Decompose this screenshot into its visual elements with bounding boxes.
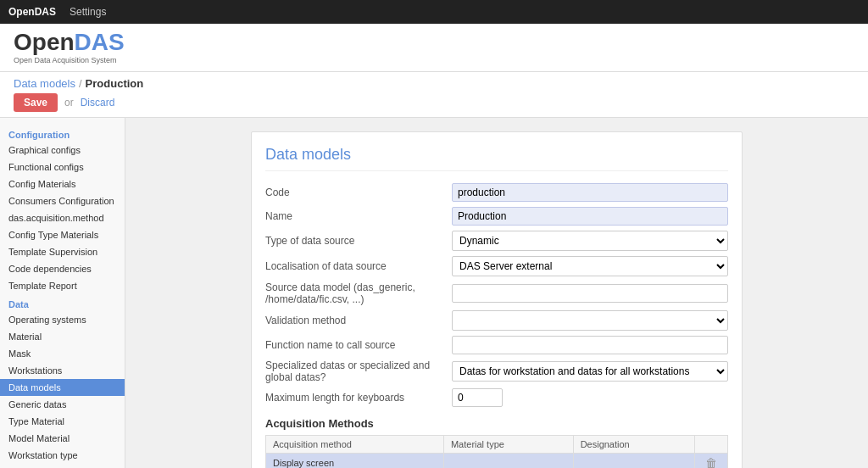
type-data-source-value: Dynamic (452, 231, 728, 251)
sidebar-item-config-type-materials[interactable]: Config Type Materials (0, 226, 125, 243)
source-data-model-input[interactable] (452, 284, 728, 303)
validation-method-value (452, 310, 728, 331)
name-label: Name (265, 210, 452, 222)
sidebar-section-configuration: Configuration (0, 125, 125, 142)
breadcrumb-separator: / (79, 77, 82, 90)
localisation-row: Localisation of data source DAS Server e… (265, 256, 728, 276)
name-input[interactable] (452, 207, 728, 226)
name-row: Name (265, 207, 728, 226)
table-row[interactable]: Display screen 🗑 (266, 454, 728, 469)
sidebar-item-transmit-protocol[interactable]: Transmit protocol (0, 464, 125, 468)
acq-col-designation: Designation (573, 436, 694, 454)
acq-col-actions (695, 436, 728, 454)
type-data-source-select[interactable]: Dynamic (452, 231, 728, 251)
sidebar: Configuration Graphical configs Function… (0, 118, 125, 468)
function-name-value (452, 336, 728, 354)
acq-col-method: Acquisition method (266, 436, 444, 454)
main-layout: Configuration Graphical configs Function… (0, 118, 868, 468)
sidebar-item-template-supervision[interactable]: Template Supervision (0, 243, 125, 260)
sidebar-item-material[interactable]: Material (0, 328, 125, 345)
sidebar-item-type-material[interactable]: Type Material (0, 413, 125, 430)
top-nav-brand: OpenDAS (8, 6, 56, 18)
name-value (452, 207, 728, 226)
data-models-card: Data models Code Name Type of data sourc… (251, 131, 743, 468)
specialized-datas-row: Specialized datas or specialized and glo… (265, 359, 728, 383)
acquisition-methods-table: Acquisition method Material type Designa… (265, 435, 728, 468)
code-row: Code (265, 183, 728, 202)
logo: OpenDAS (14, 31, 125, 54)
source-data-model-label: Source data model (das_generic, /home/da… (265, 281, 452, 305)
content-area: Data models Code Name Type of data sourc… (125, 118, 868, 468)
top-nav-settings[interactable]: Settings (70, 6, 106, 18)
sidebar-item-workstation-type[interactable]: Workstation type (0, 447, 125, 464)
sidebar-item-graphical-configs[interactable]: Graphical configs (0, 142, 125, 159)
code-input[interactable] (452, 183, 728, 202)
logo-subtitle: Open Data Acquisition System (14, 56, 125, 64)
source-data-model-value (452, 284, 728, 303)
sidebar-item-functional-configs[interactable]: Functional configs (0, 159, 125, 176)
action-bar: Save or Discard (14, 93, 854, 117)
sidebar-item-mask[interactable]: Mask (0, 345, 125, 362)
code-value (452, 183, 728, 202)
specialized-datas-value: Datas for workstation and datas for all … (452, 361, 728, 382)
acq-row-designation (573, 454, 694, 469)
acq-row-method: Display screen (266, 454, 444, 469)
source-data-model-row: Source data model (das_generic, /home/da… (265, 281, 728, 305)
specialized-datas-label: Specialized datas or specialized and glo… (265, 359, 452, 383)
breadcrumb-current: Production (86, 77, 144, 90)
sidebar-item-model-material[interactable]: Model Material (0, 430, 125, 447)
sidebar-item-operating-systems[interactable]: Operating systems (0, 311, 125, 328)
max-length-row: Maximum length for keyboards (265, 388, 728, 407)
max-length-input[interactable] (452, 388, 503, 407)
discard-button[interactable]: Discard (81, 97, 115, 109)
logo-block: OpenDAS Open Data Acquisition System (14, 31, 125, 64)
sidebar-item-code-dependencies[interactable]: Code dependencies (0, 260, 125, 277)
delete-row-button[interactable]: 🗑 (702, 456, 721, 468)
localisation-label: Localisation of data source (265, 260, 452, 272)
top-nav: OpenDAS Settings (0, 0, 868, 24)
acq-row-delete[interactable]: 🗑 (695, 454, 728, 469)
header: OpenDAS Open Data Acquisition System (0, 24, 868, 72)
save-button[interactable]: Save (14, 93, 58, 112)
sidebar-item-das-acquisition-method[interactable]: das.acquisition.method (0, 209, 125, 226)
type-data-source-label: Type of data source (265, 235, 452, 247)
sidebar-item-config-materials[interactable]: Config Materials (0, 176, 125, 192)
code-label: Code (265, 187, 452, 198)
function-name-label: Function name to call source (265, 339, 452, 351)
sidebar-item-consumers-configuration[interactable]: Consumers Configuration (0, 192, 125, 209)
acq-col-material: Material type (443, 436, 573, 454)
breadcrumb-parent[interactable]: Data models (14, 77, 75, 90)
localisation-select[interactable]: DAS Server external (452, 256, 728, 276)
sidebar-item-workstations[interactable]: Workstations (0, 362, 125, 379)
acquisition-methods-title: Acquisition Methods (265, 417, 728, 430)
validation-method-select[interactable] (452, 310, 728, 331)
action-separator: or (64, 97, 74, 109)
sidebar-item-generic-datas[interactable]: Generic datas (0, 396, 125, 413)
card-title: Data models (265, 146, 728, 171)
localisation-value: DAS Server external (452, 256, 728, 276)
function-name-input[interactable] (452, 336, 728, 354)
max-length-label: Maximum length for keyboards (265, 392, 452, 404)
sidebar-item-data-models[interactable]: Data models (0, 379, 125, 396)
specialized-datas-select[interactable]: Datas for workstation and datas for all … (452, 361, 728, 382)
function-name-row: Function name to call source (265, 336, 728, 354)
acq-row-material (443, 454, 573, 469)
breadcrumb: Data models / Production (14, 77, 854, 93)
top-bar: Data models / Production Save or Discard (0, 72, 868, 118)
validation-method-row: Validation method (265, 310, 728, 331)
validation-method-label: Validation method (265, 315, 452, 326)
sidebar-item-template-report[interactable]: Template Report (0, 277, 125, 294)
max-length-value (452, 388, 728, 407)
type-data-source-row: Type of data source Dynamic (265, 231, 728, 251)
sidebar-section-data: Data (0, 294, 125, 311)
